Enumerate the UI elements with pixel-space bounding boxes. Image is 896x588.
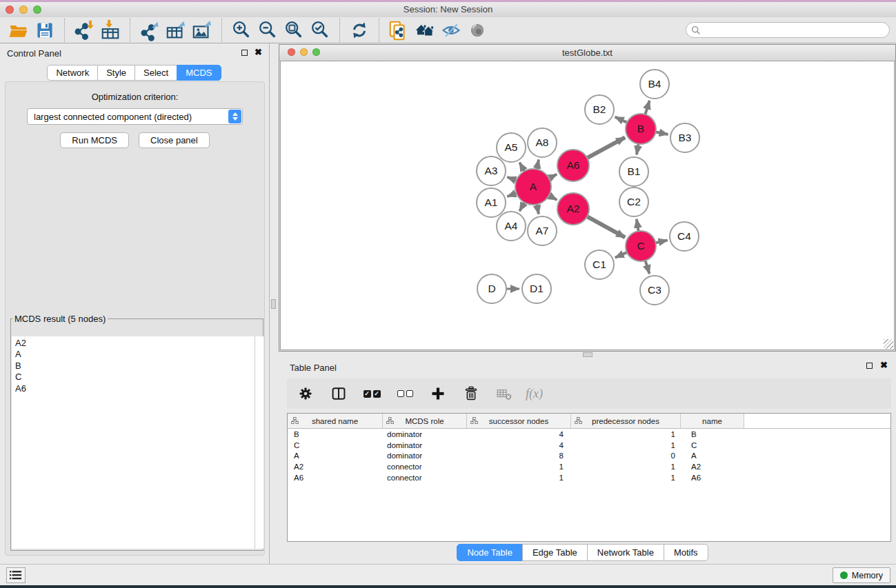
import-table-button[interactable]	[97, 19, 123, 42]
tab-select[interactable]: Select	[135, 65, 177, 81]
function-builder-button[interactable]: f(x)	[526, 382, 543, 405]
graph-edge-B-B2[interactable]	[615, 117, 628, 123]
graph-edge-A-A3[interactable]	[507, 177, 517, 181]
graph-edge-A-A4[interactable]	[519, 202, 525, 211]
table-cell[interactable]: A6	[288, 474, 383, 482]
home-network-button[interactable]	[412, 19, 438, 42]
network-window-titlebar[interactable]: testGlobe.txt	[279, 45, 895, 61]
table-cell[interactable]: 8	[467, 452, 571, 460]
zoom-selected-button[interactable]	[307, 19, 333, 42]
graph-edge-A6-B[interactable]	[586, 137, 625, 158]
search-input[interactable]	[704, 23, 889, 37]
export-table-button[interactable]	[163, 19, 189, 42]
criterion-select[interactable]: largest connected component (directed)	[27, 108, 243, 125]
graph-edge-B-B4[interactable]	[645, 101, 649, 115]
tab-network[interactable]: Network	[47, 65, 98, 81]
table-cell[interactable]: C	[288, 441, 383, 449]
table-cell[interactable]: 1	[571, 430, 681, 438]
mcds-result-item[interactable]: A2	[15, 338, 255, 349]
show-column-panel-button[interactable]	[327, 382, 350, 405]
table-cell[interactable]: A2	[288, 463, 383, 471]
deselect-all-rows-button[interactable]	[393, 382, 417, 405]
close-table-panel-icon[interactable]: ✖	[880, 360, 888, 370]
add-column-button[interactable]	[426, 382, 450, 405]
memory-button[interactable]: Memory	[833, 567, 890, 583]
table-cell[interactable]: A	[681, 452, 744, 460]
graph-edge-C-C3[interactable]	[645, 260, 649, 274]
table-cell[interactable]: dominator	[383, 441, 467, 449]
tab-edge-table[interactable]: Edge Table	[522, 544, 588, 561]
mcds-result-item[interactable]: C	[15, 372, 255, 383]
table-row[interactable]: A2connector11A2	[288, 461, 890, 472]
float-panel-icon[interactable]	[241, 50, 248, 56]
close-panel-button[interactable]: Close panel	[139, 132, 210, 148]
table-cell[interactable]: 0	[571, 452, 681, 460]
mcds-result-item[interactable]: A	[15, 349, 255, 360]
column-header-successor-nodes[interactable]: successor nodes	[467, 414, 571, 428]
table-cell[interactable]: B	[288, 430, 383, 438]
graph-edge-B-B3[interactable]	[655, 132, 668, 134]
mcds-list-scrollbar[interactable]	[255, 336, 263, 549]
mcds-result-item[interactable]: B	[15, 361, 255, 372]
table-cell[interactable]: 1	[571, 441, 681, 449]
zoom-out-button[interactable]	[255, 19, 281, 42]
show-view-button[interactable]	[464, 19, 490, 42]
table-cell[interactable]: 1	[571, 474, 681, 482]
table-cell[interactable]: dominator	[383, 430, 467, 438]
export-network-button[interactable]	[137, 19, 163, 42]
tab-node-table[interactable]: Node Table	[457, 544, 523, 561]
run-mcds-button[interactable]: Run MCDS	[60, 132, 129, 148]
table-row[interactable]: Cdominator41C	[288, 440, 890, 451]
mcds-result-list[interactable]: A2ABCA6	[12, 336, 255, 549]
open-session-button[interactable]	[6, 19, 32, 42]
table-cell[interactable]: C	[681, 441, 744, 449]
table-row[interactable]: Bdominator41B	[288, 429, 890, 440]
table-cell[interactable]: 4	[467, 441, 571, 449]
delete-table-button[interactable]	[492, 382, 516, 405]
table-cell[interactable]: 1	[467, 463, 571, 471]
table-cell[interactable]: A6	[681, 474, 744, 482]
float-table-panel-icon[interactable]	[866, 363, 873, 369]
table-cell[interactable]: connector	[383, 463, 467, 471]
network-canvas[interactable]: AA6A2BCA5A8A3A1A4A7B2B4B3B1C2C4C1C3DD1	[280, 61, 895, 350]
graph-edge-A-A7[interactable]	[537, 203, 539, 214]
close-panel-icon[interactable]: ✖	[255, 47, 262, 57]
import-network-button[interactable]	[71, 19, 97, 42]
tab-style[interactable]: Style	[97, 65, 135, 81]
table-cell[interactable]: B	[681, 430, 744, 438]
graph-edge-A-A5[interactable]	[519, 163, 525, 172]
graph-edge-A-A1[interactable]	[507, 193, 517, 196]
column-header-name[interactable]: name	[681, 414, 744, 428]
task-history-button[interactable]	[6, 567, 26, 583]
table-cell[interactable]: 1	[571, 463, 681, 471]
table-cell[interactable]: 1	[467, 474, 571, 482]
tab-network-table[interactable]: Network Table	[587, 544, 664, 561]
save-session-button[interactable]	[32, 19, 58, 42]
graph-edge-A-A2[interactable]	[548, 195, 557, 200]
table-settings-button[interactable]	[294, 382, 317, 405]
resize-grip[interactable]	[884, 339, 893, 349]
hide-annotations-button[interactable]	[438, 19, 464, 42]
column-header-predecessor-nodes[interactable]: predecessor nodes	[571, 414, 681, 428]
graph-edge-A-A8[interactable]	[537, 159, 539, 170]
table-cell[interactable]: dominator	[383, 452, 467, 460]
tab-mcds[interactable]: MCDS	[177, 65, 221, 81]
graph-edge-C-C4[interactable]	[655, 240, 667, 243]
main-titlebar[interactable]: Session: New Session	[0, 2, 896, 18]
zoom-fit-button[interactable]	[281, 19, 307, 42]
table-cell[interactable]: A	[288, 452, 383, 460]
vertical-split-handle[interactable]	[271, 299, 276, 309]
table-row[interactable]: Adominator80A	[288, 451, 890, 462]
cyndex-button[interactable]	[386, 19, 412, 42]
search-box[interactable]	[686, 22, 890, 38]
table-cell[interactable]: A2	[681, 463, 744, 471]
column-header-shared-name[interactable]: shared name	[288, 414, 383, 428]
refresh-button[interactable]	[346, 19, 372, 42]
tab-motifs[interactable]: Motifs	[664, 544, 708, 561]
graph-edge-C-C2[interactable]	[637, 219, 639, 232]
horizontal-split-handle[interactable]	[583, 352, 593, 357]
column-header-MCDS-role[interactable]: MCDS role	[383, 414, 467, 428]
graph-edge-C-C1[interactable]	[615, 252, 628, 258]
table-cell[interactable]: 4	[467, 430, 571, 438]
delete-column-button[interactable]	[459, 382, 483, 405]
